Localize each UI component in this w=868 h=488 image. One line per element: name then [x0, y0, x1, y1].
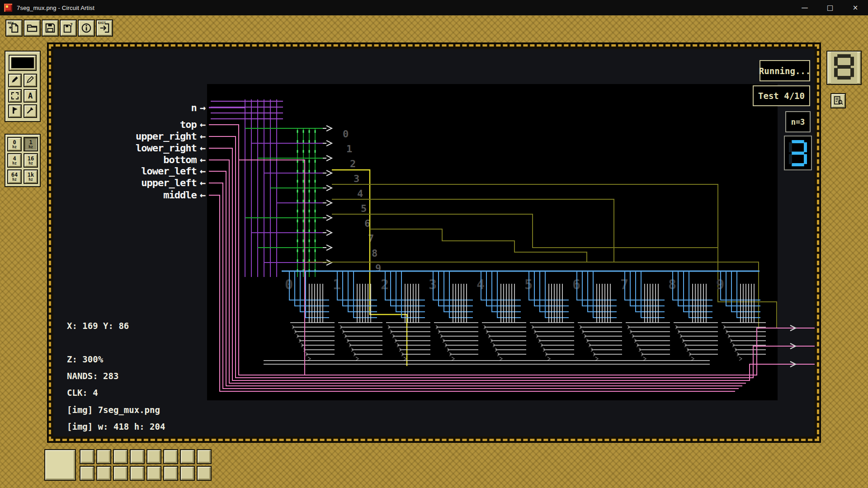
circuit-digit: 0 — [343, 128, 349, 140]
port-label-top: top← — [53, 119, 205, 131]
text-tool-button[interactable]: A — [24, 89, 37, 103]
seg-a — [837, 54, 851, 58]
main-toolbar: NEW?EXIT — [5, 19, 113, 37]
seg-a — [792, 140, 804, 143]
level-thumbnail[interactable] — [113, 449, 128, 464]
clock-value: 16 — [28, 156, 34, 161]
level-thumbnail[interactable] — [113, 466, 128, 481]
clock-4hz-button[interactable]: 4hz — [7, 153, 22, 168]
pencil-tool-button[interactable] — [8, 74, 22, 87]
level-thumbnail[interactable] — [146, 466, 161, 481]
pencil-outline-icon — [26, 75, 35, 86]
circuit-canvas[interactable]: 01234567890123456789 n→top←upper_right←l… — [53, 49, 815, 436]
arrow-left-icon: ← — [200, 189, 205, 201]
port-name: n — [191, 102, 197, 113]
tool-grid: A — [9, 74, 37, 118]
clock-1khz-button[interactable]: 1khz — [24, 169, 38, 184]
floppy-icon — [45, 23, 56, 33]
clock-unit: hz — [12, 178, 17, 182]
text-tool-icon: A — [28, 91, 33, 100]
component-library-button[interactable] — [830, 93, 846, 108]
circuit-digit: 1 — [346, 143, 352, 155]
app-icon — [4, 4, 12, 12]
clock-0hz-button[interactable]: 0hz — [7, 137, 22, 151]
fill-tool-button[interactable] — [8, 104, 22, 118]
test-input-box: n=3 — [785, 111, 811, 132]
clock-16hz-button[interactable]: 16hz — [24, 153, 38, 168]
test-input-text: n=3 — [791, 117, 805, 127]
level-thumbnail[interactable] — [197, 449, 212, 464]
clock-unit: hz — [28, 145, 33, 149]
port-name: lower_right — [136, 142, 197, 154]
info-icon — [81, 23, 92, 33]
color-swatch-button[interactable] — [9, 55, 37, 71]
toolbar-button-tag: NEW — [8, 21, 14, 25]
port-label-lower_right: lower_right← — [53, 142, 205, 154]
level-thumbnail-selected[interactable] — [44, 449, 76, 481]
level-thumbnail[interactable] — [80, 466, 94, 481]
about-button[interactable] — [78, 19, 95, 37]
open-folder-icon — [27, 23, 38, 33]
svg-text:?: ? — [70, 23, 73, 28]
seven-seg-display — [831, 52, 857, 84]
simulation-status-text: Running... — [759, 66, 811, 76]
clock-unit: hz — [12, 161, 17, 165]
clock-speed-panel: 0hz1hz4hz16hz64hz1khz — [5, 134, 41, 187]
hud-img-name: [img] 7seg_mux.png — [67, 405, 160, 415]
clock-64hz-button[interactable]: 64hz — [7, 169, 22, 184]
seven-seg-digit-3 — [789, 140, 807, 166]
level-thumbnail[interactable] — [80, 449, 94, 464]
level-thumbnail[interactable] — [197, 466, 212, 481]
hud-clk: CLK: 4 — [67, 388, 98, 398]
picker-tool-button[interactable] — [24, 104, 37, 118]
seg-e — [789, 154, 792, 164]
level-thumbnail[interactable] — [146, 449, 161, 464]
level-thumbnail[interactable] — [163, 466, 178, 481]
clock-1hz-button[interactable]: 1hz — [24, 137, 38, 151]
seg-b — [850, 57, 854, 66]
arrow-left-icon: ← — [200, 142, 205, 154]
seg-b — [804, 142, 807, 152]
port-name: middle — [163, 189, 196, 201]
port-label-n: n→ — [53, 102, 205, 114]
selection-tool-button[interactable] — [8, 89, 22, 103]
clock-unit: hz — [12, 145, 17, 149]
toolbar-button-tag: EXIT — [98, 21, 106, 25]
close-button[interactable]: × — [843, 0, 868, 15]
seg-c — [804, 154, 807, 164]
seven-seg-digit-8 — [834, 54, 854, 80]
save-file-button[interactable] — [42, 19, 59, 37]
seg-d — [792, 163, 804, 166]
clock-grid: 0hz1hz4hz16hz64hz1khz — [8, 137, 38, 184]
circuit-image-bg — [207, 84, 778, 400]
save-as-button[interactable]: ? — [60, 19, 77, 37]
maximize-button[interactable]: □ — [817, 0, 843, 15]
hud-zoom: Z: 300% — [67, 354, 103, 364]
current-color-swatch — [11, 57, 34, 68]
circuit-digit: 9 — [375, 263, 381, 274]
tool-panel: A — [5, 51, 41, 122]
new-file-button[interactable]: NEW — [5, 19, 23, 37]
level-thumbnail[interactable] — [163, 449, 178, 464]
level-thumbnail[interactable] — [96, 449, 111, 464]
seg-g — [792, 151, 804, 155]
hud-img-dims: [img] w: 418 h: 204 — [67, 422, 165, 432]
pencil-filled-icon — [10, 75, 19, 86]
level-thumbnail[interactable] — [130, 449, 145, 464]
level-thumbnail[interactable] — [96, 466, 111, 481]
port-label-bottom: bottom← — [53, 154, 205, 166]
clock-value: 1 — [29, 140, 32, 145]
level-thumbnail[interactable] — [130, 466, 145, 481]
hud-cursor: X: 169 Y: 86 — [67, 321, 129, 331]
clock-unit: hz — [28, 161, 33, 165]
seg-g — [837, 65, 851, 69]
minimize-button[interactable]: — — [792, 0, 817, 15]
port-label-upper_right: upper_right← — [53, 131, 205, 142]
eraser-pencil-tool-button[interactable] — [24, 74, 37, 87]
open-file-button[interactable] — [24, 19, 41, 37]
exit-button[interactable]: EXIT — [96, 19, 113, 37]
level-thumbnail[interactable] — [180, 466, 195, 481]
hud-nands: NANDS: 283 — [67, 371, 118, 381]
level-thumbnail[interactable] — [180, 449, 195, 464]
arrow-left-icon: ← — [200, 131, 205, 142]
